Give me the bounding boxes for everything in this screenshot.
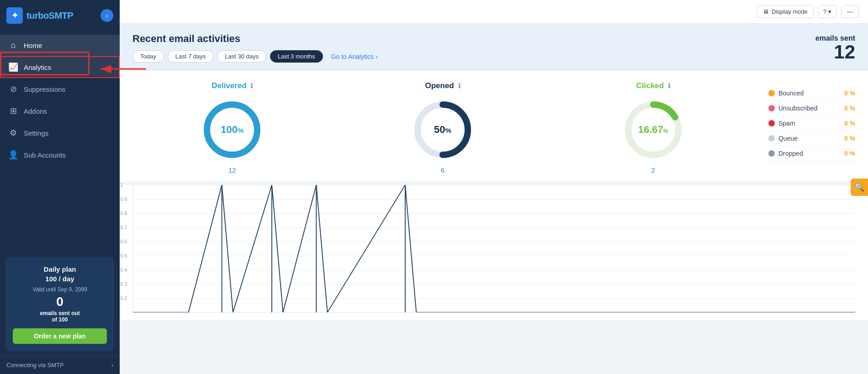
topbar: 🖥 Display mode ? ▾ —: [120, 0, 868, 24]
content-area: Recent email activities Today Last 7 day…: [120, 24, 868, 374]
chevron-right-icon: ›: [376, 53, 378, 60]
order-plan-button[interactable]: Order a new plan: [13, 328, 107, 344]
opened-donut: 50%: [411, 98, 475, 162]
dropped-dot: [768, 150, 775, 157]
y-label-2: 0.9: [120, 196, 127, 202]
stat-card-clicked: Clicked ℹ 16.67% 2: [553, 81, 753, 174]
plan-title: Daily plan 100 / day: [13, 264, 107, 284]
y-label-3: 0.8: [120, 211, 127, 216]
sidebar-header: ✦ turboSMTP ‹: [0, 0, 120, 31]
emails-sent-count: 12: [815, 42, 855, 62]
y-label-9: 0.2: [120, 295, 127, 301]
legend-unsubscribed: Unsubscribed 0 %: [768, 101, 855, 116]
clicked-label: Clicked ℹ: [553, 81, 753, 90]
plan-card: Daily plan 100 / day Valid until Sep 9, …: [5, 257, 114, 351]
delivered-count: 12: [132, 166, 332, 174]
plan-valid-date: Valid until Sep 9, 2099: [13, 286, 107, 293]
y-label-7: 0.4: [120, 267, 127, 273]
sidebar-item-analytics[interactable]: 📈 Analytics: [0, 56, 120, 78]
opened-pct: 50%: [434, 124, 451, 136]
analytics-header-left: Recent email activities Today Last 7 day…: [132, 33, 378, 63]
y-label-5: 0.6: [120, 239, 127, 244]
sidebar-item-subaccounts[interactable]: 👤 Sub Accounts: [0, 144, 120, 166]
monitor-icon: 🖥: [763, 8, 769, 15]
sidebar-item-label: Analytics: [24, 63, 51, 71]
plan-sub-label: emails sent out of 100: [13, 310, 107, 323]
settings-icon: ⚙: [8, 128, 18, 138]
clicked-count: 2: [553, 166, 753, 174]
help-button[interactable]: ? ▾: [818, 5, 836, 18]
sidebar: ✦ turboSMTP ‹ ⌂ Home 📈 Analytics ⊘ Suppr…: [0, 0, 120, 374]
spam-label: Spam: [778, 120, 795, 127]
unsubscribed-pct: 0 %: [844, 105, 855, 112]
bounced-pct: 0 %: [844, 90, 855, 97]
sidebar-item-label: Sub Accounts: [24, 151, 66, 159]
opened-label: Opened ℹ: [343, 81, 543, 90]
sidebar-toggle[interactable]: ‹: [101, 9, 113, 22]
clicked-pct: 16.67%: [638, 124, 668, 136]
legend-spam: Spam 0 %: [768, 116, 855, 131]
tab-today[interactable]: Today: [132, 50, 164, 63]
clicked-info-icon[interactable]: ℹ: [668, 82, 670, 90]
spam-pct: 0 %: [844, 120, 855, 127]
spam-dot: [768, 120, 775, 126]
analytics-header: Recent email activities Today Last 7 day…: [120, 24, 868, 70]
subaccounts-icon: 👤: [8, 150, 18, 160]
queue-dot: [768, 135, 775, 142]
tab-last30days[interactable]: Last 30 days: [217, 50, 266, 63]
sidebar-item-label: Settings: [24, 129, 48, 137]
sidebar-item-label: Suppressions: [24, 85, 65, 93]
analytics-header-right: emails sent 12: [815, 34, 855, 62]
sidebar-item-addons[interactable]: ⊞ Addons: [0, 100, 120, 122]
delivered-info-icon[interactable]: ℹ: [250, 82, 253, 90]
main-content: 🖥 Display mode ? ▾ — Recent email activi…: [120, 0, 868, 374]
addons-icon: ⊞: [8, 106, 18, 116]
float-help-button[interactable]: 🔍: [851, 179, 868, 196]
sidebar-item-label: Home: [24, 42, 42, 49]
delivered-pct: 100%: [221, 124, 243, 136]
bounced-label: Bounced: [778, 90, 804, 97]
user-menu-button[interactable]: —: [841, 5, 859, 18]
y-label-8: 0.3: [120, 281, 127, 287]
smtp-label: Connecting via SMTP: [6, 362, 64, 369]
sidebar-nav: ⌂ Home 📈 Analytics ⊘ Suppressions ⊞ Addo…: [0, 31, 120, 253]
filter-tabs: Today Last 7 days Last 30 days Last 3 mo…: [132, 50, 378, 63]
delivered-donut: 100%: [200, 98, 264, 162]
legend-queue: Queue 0 %: [768, 131, 855, 146]
unsubscribed-label: Unsubscribed: [778, 105, 818, 112]
unsubscribed-dot: [768, 105, 775, 111]
legend-panel: Bounced 0 % Unsubscribed 0 % Spam: [764, 81, 855, 161]
sidebar-footer[interactable]: Connecting via SMTP ›: [0, 356, 120, 374]
legend-dropped: Dropped 0 %: [768, 146, 855, 161]
tab-last3months[interactable]: Last 3 months: [270, 50, 323, 63]
opened-info-icon[interactable]: ℹ: [458, 82, 460, 90]
logo-area: ✦ turboSMTP: [6, 7, 73, 24]
sidebar-item-home[interactable]: ⌂ Home: [0, 35, 120, 56]
chart-svg: [133, 185, 855, 312]
dropped-pct: 0 %: [844, 150, 855, 157]
chart-grid: 1 0.9 0.8 0.7 0.6 0.5 0.4 0.3 0.2: [132, 185, 855, 313]
logo-text: turboSMTP: [26, 11, 73, 21]
y-label-1: 1: [120, 182, 123, 188]
chart-area: 1 0.9 0.8 0.7 0.6 0.5 0.4 0.3 0.2: [120, 185, 868, 320]
queue-pct: 0 %: [844, 135, 855, 142]
plan-count: 0: [13, 295, 107, 309]
bounced-dot: [768, 90, 775, 96]
sidebar-item-suppressions[interactable]: ⊘ Suppressions: [0, 78, 120, 100]
stats-section: Delivered ℹ 100% 12 Opened: [120, 70, 868, 181]
delivered-label: Delivered ℹ: [132, 81, 332, 90]
suppressions-icon: ⊘: [8, 84, 18, 94]
page-title: Recent email activities: [132, 33, 378, 45]
legend-bounced: Bounced 0 %: [768, 86, 855, 101]
sidebar-item-settings[interactable]: ⚙ Settings: [0, 122, 120, 144]
stat-card-delivered: Delivered ℹ 100% 12: [132, 81, 332, 174]
tab-last7days[interactable]: Last 7 days: [168, 50, 214, 63]
y-label-6: 0.5: [120, 253, 127, 258]
logo-icon: ✦: [6, 7, 23, 24]
opened-count: 6: [343, 166, 543, 174]
chevron-right-icon: ›: [111, 362, 113, 369]
clicked-donut: 16.67%: [621, 98, 685, 162]
display-mode-button[interactable]: 🖥 Display mode: [757, 5, 814, 18]
chevron-down-icon: ▾: [828, 8, 831, 15]
go-to-analytics-link[interactable]: Go to Analytics ›: [331, 53, 378, 60]
